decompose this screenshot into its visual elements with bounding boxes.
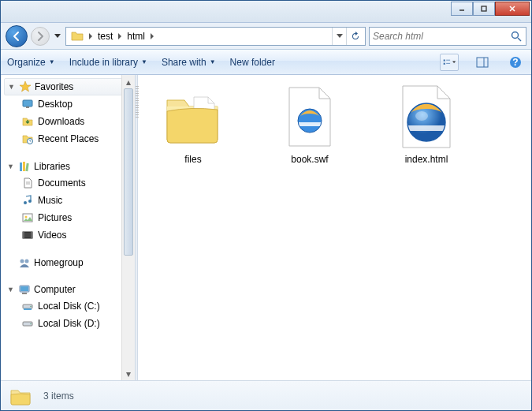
svg-rect-15 — [26, 106, 29, 108]
sidebar-item-label: Music — [38, 195, 62, 206]
search-box[interactable] — [369, 27, 526, 46]
breadcrumb-root-arrow[interactable] — [87, 33, 95, 39]
recent-icon — [21, 133, 34, 145]
file-item-swf[interactable]: book.swf — [262, 83, 357, 168]
help-button[interactable]: ? — [506, 54, 525, 71]
chevron-down-icon: ▼ — [7, 163, 15, 170]
sidebar-item-videos[interactable]: Videos — [4, 226, 135, 244]
homegroup-label: Homegroup — [34, 257, 84, 268]
svg-point-25 — [25, 216, 28, 219]
svg-line-5 — [518, 38, 521, 41]
sidebar-item-label: Recent Places — [38, 133, 99, 144]
sidebar-item-local-disk-c[interactable]: Local Disk (C:) — [4, 297, 135, 315]
libraries-header[interactable]: ▼ Libraries — [4, 159, 135, 174]
window-controls — [451, 2, 530, 16]
refresh-button[interactable] — [346, 28, 363, 45]
preview-pane-button[interactable] — [473, 54, 492, 71]
sidebar-item-label: Videos — [38, 230, 66, 241]
svg-text:?: ? — [512, 57, 518, 68]
chevron-down-icon: ▼ — [7, 286, 15, 293]
scroll-track[interactable] — [122, 88, 135, 367]
disk-icon — [21, 300, 34, 312]
downloads-icon — [21, 115, 34, 128]
file-label: index.html — [405, 154, 448, 165]
sidebar-item-local-disk-d[interactable]: Local Disk (D:) — [4, 315, 135, 332]
file-label: book.swf — [291, 154, 328, 165]
pictures-icon — [21, 211, 34, 224]
svg-rect-14 — [23, 100, 32, 106]
file-item-html[interactable]: index.html — [379, 83, 474, 168]
sidebar-item-label: Downloads — [38, 116, 84, 127]
sidebar-scrollbar[interactable]: ▴ ▾ — [121, 75, 135, 380]
sidebar-item-music[interactable]: Music — [4, 192, 135, 209]
sidebar-item-recent-places[interactable]: Recent Places — [4, 130, 135, 148]
sidebar-item-label: Pictures — [38, 212, 72, 223]
favorites-label: Favorites — [35, 81, 73, 92]
file-label: files — [184, 154, 201, 165]
breadcrumb-segment[interactable]: html — [124, 31, 148, 42]
svg-point-22 — [24, 201, 27, 204]
documents-icon — [21, 177, 34, 189]
body: ▼ Favorites Desktop Downloads Rece — [1, 75, 531, 380]
svg-point-38 — [30, 323, 32, 325]
status-bar: 3 items — [1, 380, 531, 410]
address-dropdown[interactable] — [332, 28, 346, 45]
sidebar-item-desktop[interactable]: Desktop — [4, 95, 135, 113]
sidebar-item-label: Desktop — [38, 99, 73, 110]
svg-rect-35 — [24, 308, 32, 310]
svg-point-30 — [25, 260, 29, 263]
nav-history-dropdown[interactable] — [53, 28, 62, 44]
search-icon[interactable] — [510, 30, 523, 43]
sidebar-item-label: Documents — [38, 177, 86, 189]
pane-splitter[interactable] — [135, 75, 138, 380]
homegroup-icon — [18, 256, 31, 269]
breadcrumb-segment[interactable]: test — [95, 31, 116, 42]
computer-icon — [18, 283, 31, 296]
sidebar-item-label: Local Disk (C:) — [38, 301, 100, 312]
minimize-button[interactable] — [451, 2, 473, 16]
status-text: 3 items — [43, 390, 74, 402]
search-input[interactable] — [373, 31, 510, 42]
homegroup-header[interactable]: ▶ Homegroup — [4, 255, 135, 271]
libraries-group: ▼ Libraries Documents Music Pictur — [4, 159, 135, 244]
close-button[interactable] — [495, 2, 530, 16]
scroll-thumb[interactable] — [124, 88, 133, 256]
videos-icon — [21, 229, 34, 241]
breadcrumb-arrow[interactable] — [148, 33, 156, 39]
back-button[interactable] — [6, 25, 28, 47]
scroll-down-button[interactable]: ▾ — [122, 367, 135, 380]
new-folder-button[interactable]: New folder — [230, 57, 275, 68]
title-bar — [1, 1, 531, 23]
svg-rect-1 — [482, 6, 486, 11]
file-list-pane[interactable]: files book.swf — [138, 75, 531, 380]
include-in-library-button[interactable]: Include in library▼ — [69, 57, 147, 68]
view-mode-button[interactable] — [440, 54, 459, 71]
svg-rect-6 — [444, 59, 445, 61]
svg-point-29 — [20, 260, 24, 263]
svg-rect-17 — [20, 163, 22, 171]
forward-button[interactable] — [31, 27, 50, 46]
share-with-button[interactable]: Share with▼ — [162, 57, 216, 68]
libraries-label: Libraries — [34, 161, 70, 172]
organize-button[interactable]: Organize▼ — [7, 57, 55, 68]
command-toolbar: Organize▼ Include in library▼ Share with… — [1, 50, 531, 75]
favorites-header[interactable]: ▼ Favorites — [4, 78, 135, 95]
svg-rect-19 — [25, 163, 28, 171]
scroll-up-button[interactable]: ▴ — [122, 75, 135, 88]
address-bar[interactable]: test html — [65, 27, 366, 46]
svg-point-4 — [512, 32, 519, 38]
computer-header[interactable]: ▼ Computer — [4, 282, 135, 297]
maximize-button[interactable] — [473, 2, 495, 16]
computer-label: Computer — [34, 284, 76, 295]
file-item-folder[interactable]: files — [146, 83, 240, 168]
svg-rect-27 — [23, 232, 24, 238]
libraries-icon — [18, 160, 31, 173]
homegroup-group: ▶ Homegroup — [4, 255, 135, 271]
sidebar-item-downloads[interactable]: Downloads — [4, 113, 135, 130]
navigation-bar: test html — [1, 23, 531, 50]
svg-rect-10 — [477, 58, 488, 67]
breadcrumb-arrow[interactable] — [116, 33, 124, 39]
sidebar-item-pictures[interactable]: Pictures — [4, 209, 135, 226]
sidebar-item-documents[interactable]: Documents — [4, 174, 135, 192]
svg-rect-28 — [31, 232, 32, 238]
